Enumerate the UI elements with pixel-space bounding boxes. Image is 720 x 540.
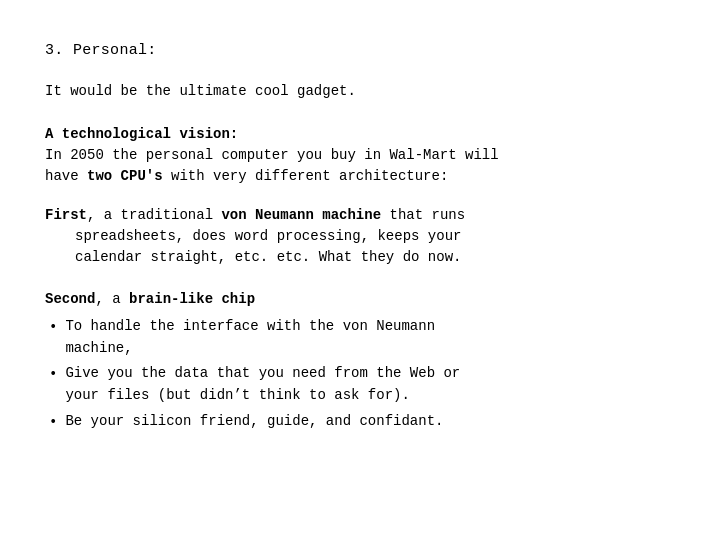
tech-vision-subsection: A technological vision: In 2050 the pers… bbox=[45, 124, 675, 187]
second-section: Second, a brain-like chip bbox=[45, 289, 675, 310]
bullet-dot-1: • bbox=[49, 317, 57, 339]
tech-vision-line1: In 2050 the personal computer you buy in… bbox=[45, 147, 499, 163]
tech-vision-title-line: A technological vision: bbox=[45, 124, 675, 145]
first-bold: von Neumann machine bbox=[221, 207, 381, 223]
first-text: , a traditional bbox=[87, 207, 221, 223]
bullet-3-content: Be your silicon friend, guide, and confi… bbox=[65, 411, 675, 433]
second-label: Second bbox=[45, 291, 95, 307]
tech-vision-title: A technological vision: bbox=[45, 126, 238, 142]
list-item-1: • To handle the interface with the von N… bbox=[45, 316, 675, 359]
intro-line: It would be the ultimate cool gadget. bbox=[45, 81, 675, 102]
second-text: , a bbox=[95, 291, 129, 307]
bullet-list: • To handle the interface with the von N… bbox=[45, 316, 675, 433]
bullet2-line2: your files (but didn’t think to ask for)… bbox=[65, 387, 409, 403]
first-indent-block: spreadsheets, does word processing, keep… bbox=[45, 226, 675, 269]
bullet-dot-3: • bbox=[49, 412, 57, 434]
bullet3-text: Be your silicon friend, guide, and confi… bbox=[65, 413, 443, 429]
bullet-dot-2: • bbox=[49, 364, 57, 386]
bullet2-line1: Give you the data that you need from the… bbox=[65, 365, 460, 381]
tech-vision-bold: two CPU's bbox=[87, 168, 163, 184]
first-paragraph: First, a traditional von Neumann machine… bbox=[45, 205, 675, 269]
first-label: First bbox=[45, 207, 87, 223]
heading-text: 3. Personal: bbox=[45, 42, 157, 59]
second-bold: brain-like chip bbox=[129, 291, 255, 307]
first-line: First, a traditional von Neumann machine… bbox=[45, 205, 675, 226]
page: 3. Personal: It would be the ultimate co… bbox=[0, 0, 720, 540]
tech-vision-body: In 2050 the personal computer you buy in… bbox=[45, 145, 675, 187]
bullet1-line2: machine, bbox=[65, 340, 132, 356]
bullet-1-content: To handle the interface with the von Neu… bbox=[65, 316, 675, 359]
tech-vision-line2-prefix: have bbox=[45, 168, 87, 184]
intro-text: It would be the ultimate cool gadget. bbox=[45, 83, 356, 99]
first-indent2: calendar straight, etc. etc. What they d… bbox=[75, 247, 675, 269]
bullet-2-content: Give you the data that you need from the… bbox=[65, 363, 675, 406]
tech-vision-line2-suffix: with very different architecture: bbox=[163, 168, 449, 184]
section-heading: 3. Personal: bbox=[45, 40, 675, 63]
first-indent1: spreadsheets, does word processing, keep… bbox=[75, 226, 675, 248]
list-item-3: • Be your silicon friend, guide, and con… bbox=[45, 411, 675, 434]
first-text2: that runs bbox=[381, 207, 465, 223]
list-item-2: • Give you the data that you need from t… bbox=[45, 363, 675, 406]
bullet1-line1: To handle the interface with the von Neu… bbox=[65, 318, 435, 334]
